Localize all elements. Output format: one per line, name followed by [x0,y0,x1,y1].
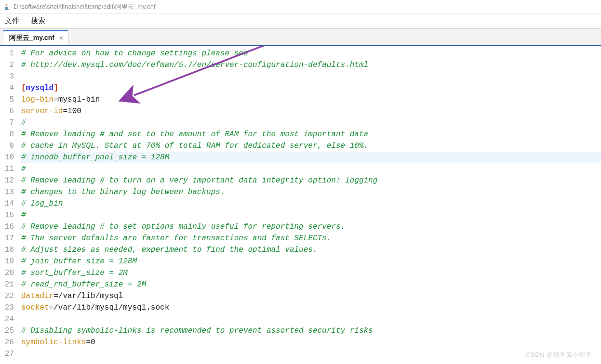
code-line[interactable] [21,71,601,82]
code-line[interactable]: # http://dev.mysql.com/doc/refman/5.7/en… [21,59,601,71]
svg-point-0 [5,9,9,10]
line-number: 7 [0,117,14,129]
line-number: 25 [0,325,14,337]
line-number: 9 [0,140,14,152]
close-icon[interactable]: × [59,34,63,42]
code-line[interactable]: # sort_buffer_size = 2M [21,267,601,279]
editor-area: 1234567891011121314151617181920212223242… [0,45,601,364]
code-line[interactable]: # [21,117,601,129]
code-line[interactable]: # cache in MySQL. Start at 70% of total … [21,140,601,152]
line-number: 6 [0,105,14,117]
line-number: 11 [0,163,14,175]
code-line[interactable]: datadir=/var/lib/mysql [21,290,601,302]
code-line[interactable]: # log_bin [21,198,601,209]
code-line[interactable]: symbolic-links=0 [21,337,601,348]
code-line[interactable]: # Adjust sizes as needed, experiment to … [21,244,601,256]
menu-search[interactable]: 搜索 [31,16,45,26]
code-line[interactable] [21,348,601,360]
line-number: 18 [0,244,14,256]
line-number: 21 [0,279,14,290]
tab-strip: 阿里云_my.cnf × [0,29,601,45]
code-line[interactable]: # changes to the binary log between back… [21,186,601,198]
line-number: 26 [0,337,14,348]
line-number: 17 [0,233,14,244]
line-number: 19 [0,256,14,267]
line-number: 4 [0,82,14,94]
line-number: 22 [0,290,14,302]
code-line[interactable]: # join_buffer_size = 128M [21,256,601,267]
code-line[interactable]: # read_rnd_buffer_size = 2M [21,279,601,290]
code-line[interactable]: # The server defaults are faster for tra… [21,233,601,244]
line-number: 10 [0,152,14,163]
line-number: 12 [0,175,14,186]
title-bar: D:\software\shell\finalshell\temp\edit\阿… [0,0,601,13]
line-number: 24 [0,313,14,325]
line-number: 13 [0,186,14,198]
code-line[interactable]: socket=/var/lib/mysql/mysql.sock [21,302,601,313]
java-app-icon [3,3,11,11]
code-line[interactable]: server-id=100 [21,105,601,117]
line-number: 23 [0,302,14,313]
tab-label: 阿里云_my.cnf [9,34,54,42]
code-line[interactable]: # Disabling symbolic-links is recommende… [21,325,601,337]
code-line[interactable] [21,313,601,325]
code-line[interactable]: # Remove leading # and set to the amount… [21,129,601,140]
line-number: 2 [0,59,14,71]
line-number: 5 [0,94,14,105]
line-number: 27 [0,348,14,360]
line-number: 3 [0,71,14,82]
line-number: 1 [0,48,14,59]
line-number: 20 [0,267,14,279]
code-line[interactable]: # innodb_buffer_pool_size = 128M [21,152,601,163]
editor-tab[interactable]: 阿里云_my.cnf × [3,30,68,45]
code-line[interactable]: # Remove leading # to set options mainly… [21,221,601,233]
code-line[interactable]: [mysqld] [21,82,601,94]
line-number-gutter: 1234567891011121314151617181920212223242… [0,46,18,364]
menu-bar: 文件 搜索 [0,13,601,29]
code-line[interactable]: # Remove leading # to turn on a very imp… [21,175,601,186]
code-line[interactable]: # [21,209,601,221]
line-number: 14 [0,198,14,209]
code-line[interactable]: # [21,163,601,175]
code-line[interactable]: log-bin=mysql-bin [21,94,601,105]
menu-file[interactable]: 文件 [5,16,19,26]
window-title: D:\software\shell\finalshell\temp\edit\阿… [13,2,156,11]
code-content[interactable]: # For advice on how to change settings p… [18,46,601,364]
line-number: 8 [0,129,14,140]
code-line[interactable]: # For advice on how to change settings p… [21,48,601,59]
watermark-text: CSDN @我不算小饼干 [526,351,592,359]
line-number: 15 [0,209,14,221]
line-number: 16 [0,221,14,233]
